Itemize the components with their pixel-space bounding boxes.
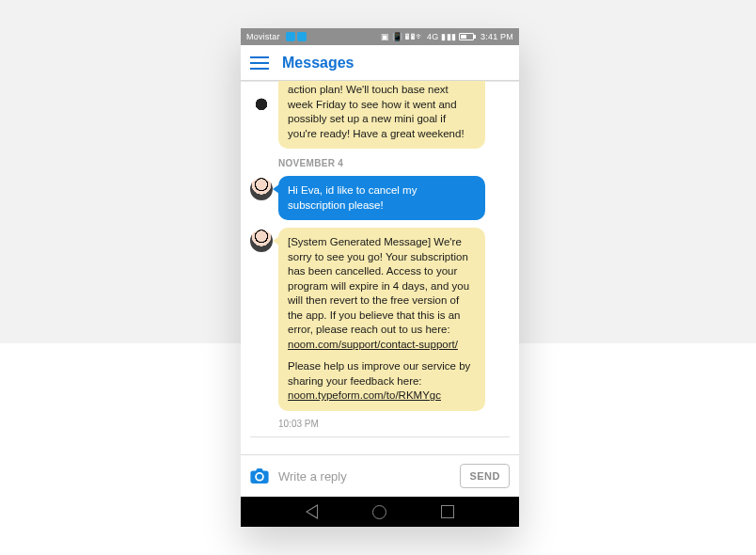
phone-frame: Movistar ▣ 📳 ��ᯤ 4G ▮▮▮ 3:41 PM Messages… bbox=[241, 28, 519, 527]
message-text: Hi Eva, id like to cancel my subscriptio… bbox=[288, 184, 417, 211]
wifi-icon: ��ᯤ bbox=[405, 33, 424, 41]
android-navbar bbox=[241, 497, 519, 527]
coach-message-bubble: action plan! We'll touch base next week … bbox=[278, 81, 485, 149]
clock-label: 3:41 PM bbox=[480, 32, 513, 41]
avatar bbox=[250, 230, 273, 252]
signal-icon: ▮▮▮ bbox=[441, 33, 456, 41]
avatar bbox=[250, 88, 273, 111]
message-list[interactable]: action plan! We'll touch base next week … bbox=[241, 81, 519, 454]
nfc-icon: ▣ bbox=[381, 33, 389, 41]
camera-icon[interactable] bbox=[250, 468, 269, 484]
status-app-icon bbox=[286, 32, 295, 41]
composer: SEND bbox=[241, 455, 519, 497]
support-link[interactable]: noom.com/support/contact-support/ bbox=[288, 339, 458, 350]
message-timestamp: 10:03 PM bbox=[278, 419, 510, 429]
message-text: Please help us improve our service by sh… bbox=[288, 360, 470, 387]
status-bar: Movistar ▣ 📳 ��ᯤ 4G ▮▮▮ 3:41 PM bbox=[241, 28, 519, 45]
message-row: Hi Eva, id like to cancel my subscriptio… bbox=[250, 176, 510, 220]
nav-back-icon[interactable] bbox=[306, 504, 318, 519]
vibrate-icon: 📳 bbox=[392, 33, 402, 41]
carrier-label: Movistar bbox=[246, 32, 280, 41]
reply-input[interactable] bbox=[278, 469, 450, 484]
user-message-bubble: Hi Eva, id like to cancel my subscriptio… bbox=[278, 176, 485, 220]
send-button[interactable]: SEND bbox=[460, 464, 510, 488]
message-text: action plan! We'll touch base next week … bbox=[288, 84, 465, 139]
system-message-bubble: [System Generated Message] We're sorry t… bbox=[278, 228, 485, 411]
menu-icon[interactable] bbox=[250, 56, 269, 70]
status-right-icons: ▣ 📳 ��ᯤ 4G ▮▮▮ 3:41 PM bbox=[381, 32, 513, 41]
nav-recent-icon[interactable] bbox=[441, 505, 454, 518]
date-separator: NOVEMBER 4 bbox=[278, 158, 510, 168]
message-text: [System Generated Message] We're sorry t… bbox=[288, 236, 469, 335]
avatar bbox=[250, 178, 273, 200]
network-type-label: 4G bbox=[427, 33, 438, 41]
page-title: Messages bbox=[282, 55, 354, 71]
app-header: Messages bbox=[241, 45, 519, 81]
message-row: action plan! We'll touch base next week … bbox=[250, 87, 510, 149]
list-divider bbox=[250, 436, 510, 437]
nav-home-icon[interactable] bbox=[372, 505, 386, 519]
composer-container: SEND bbox=[241, 454, 519, 497]
message-row: [System Generated Message] We're sorry t… bbox=[250, 228, 510, 411]
status-app-icon bbox=[297, 32, 307, 41]
feedback-link[interactable]: noom.typeform.com/to/RKMYgc bbox=[288, 389, 441, 401]
battery-icon bbox=[459, 33, 474, 40]
